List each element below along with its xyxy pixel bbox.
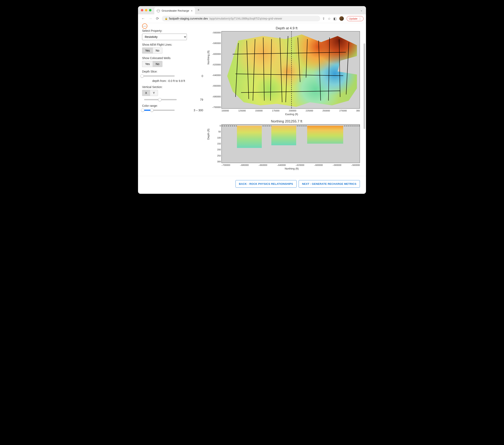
depth-range-note: depth from: -0.0 ft to 9.8 ft — [142, 78, 207, 82]
aem-label: Show AEM Flight Lines: — [142, 43, 207, 46]
aem-group: Show AEM Flight Lines: Yes No — [142, 43, 207, 54]
bottom-chart-yticks: 0 50 100 150 200 250 300 — [212, 124, 221, 163]
bottom-chart-ylabel: Depth (ft) — [207, 129, 210, 140]
avatar[interactable] — [339, 16, 344, 21]
top-chart-container: Depth at 4.9 ft Northing (ft) –560000 –5… — [211, 26, 362, 116]
bottom-chart-xticks: –700000 –680000 –660000 –640000 –620000 … — [221, 164, 360, 166]
new-tab-button[interactable]: + — [195, 8, 202, 12]
browser-window: Groundwater Recharge × + ⌄ ← → ⟳ 🔒 fastp… — [138, 6, 366, 194]
next-step-button[interactable]: NEXT - GENERATE RECHARGE METRICS — [299, 180, 360, 188]
aem-toggle: Yes No — [142, 47, 162, 54]
vs-value: 79 — [200, 98, 207, 101]
depth-slice-value: 0 — [201, 74, 207, 78]
select-property-label: Select Property: — [142, 29, 207, 32]
browser-tab[interactable]: Groundwater Recharge × — [154, 7, 195, 14]
depth-slice-group: Depth Slice: 0 depth from: -0.0 ft to 9.… — [142, 70, 207, 82]
vertical-section-label: Vertical Section: — [142, 85, 207, 89]
bottom-chart-container: Northing 201255.7 ft Depth (ft) 0 50 100… — [211, 119, 362, 170]
top-chart[interactable]: Northing (ft) –560000 –580000 –600000 –6… — [221, 31, 360, 109]
tab-title: Groundwater Recharge — [162, 9, 189, 12]
back-button[interactable]: ← — [141, 16, 146, 22]
flight-lines — [222, 31, 360, 108]
close-tab-button[interactable]: × — [191, 9, 193, 12]
select-property-group: Select Property: Resistivity — [142, 29, 207, 40]
maximize-window-button[interactable] — [149, 9, 151, 11]
colocated-toggle: Yes No — [142, 61, 162, 67]
star-icon[interactable]: ☆ — [328, 17, 331, 20]
depth-slice-slider-row: 0 — [142, 74, 207, 78]
bottom-chart-title: Northing 201255.7 ft — [211, 119, 362, 123]
aem-no-button[interactable]: No — [153, 47, 162, 54]
colocated-yes-button[interactable]: Yes — [142, 61, 153, 67]
minimize-window-button[interactable] — [145, 9, 147, 11]
charts-area: Depth at 4.9 ft Northing (ft) –560000 –5… — [211, 25, 362, 170]
vs-x-button[interactable]: X — [142, 90, 150, 96]
top-chart-ylabel: Northing (ft) — [207, 51, 210, 65]
vertical-section-group: Vertical Section: X Y 79 — [142, 85, 207, 101]
lock-icon: 🔒 — [165, 17, 168, 20]
titlebar-right: ⌄ — [360, 8, 366, 12]
top-chart-xlabel: Easting (ft) — [221, 113, 362, 116]
bottom-chart-xlabel: Northing (ft) — [221, 167, 362, 170]
vs-slider-row: 79 — [142, 98, 207, 101]
select-property-dropdown[interactable]: Resistivity — [142, 34, 187, 40]
vs-y-button[interactable]: Y — [150, 90, 158, 96]
forward-button[interactable]: → — [148, 16, 153, 22]
more-icon: ⋮ — [359, 17, 361, 20]
colocated-label: Show Colocated Wells — [142, 57, 207, 60]
depth-slice-label: Depth Slice: — [142, 70, 207, 73]
address-bar[interactable]: 🔒 fastpath-staging.curvenote.dev/app/sim… — [162, 16, 320, 21]
share-icon[interactable]: ⇪ — [322, 17, 325, 20]
depth-slice-slider[interactable] — [142, 75, 175, 77]
top-chart-yticks: –560000 –580000 –600000 –620000 –640000 … — [212, 31, 221, 108]
aem-yes-button[interactable]: Yes — [142, 47, 153, 54]
color-range-slider[interactable] — [142, 110, 175, 111]
addressbar-row: ← → ⟳ 🔒 fastpath-staging.curvenote.dev/a… — [138, 14, 366, 23]
top-chart-title: Depth at 4.9 ft — [211, 26, 362, 30]
globe-icon — [157, 9, 160, 12]
colocated-no-button[interactable]: No — [153, 61, 162, 67]
top-chart-xticks: 100000 125000 150000 175000 200000 22500… — [221, 109, 360, 112]
bottom-chart[interactable]: Depth (ft) 0 50 100 150 200 250 300 — [221, 124, 360, 163]
controls-sidebar: Select Property: Resistivity Show AEM Fl… — [142, 25, 207, 170]
color-range-group: Color range: 3 – 300 — [142, 104, 207, 112]
vertical-section-toggle: X Y — [142, 90, 158, 96]
footer-nav: BACK - ROCK PHYSICS RELATIONSHIPS NEXT -… — [138, 176, 366, 194]
titlebar: Groundwater Recharge × + ⌄ — [138, 6, 366, 14]
bottom-heatmap-bg — [222, 124, 360, 163]
url-domain: fastpath-staging.curvenote.dev — [169, 17, 208, 20]
update-label: Update — [349, 17, 358, 20]
traffic-lights — [138, 9, 154, 11]
scrollbar[interactable] — [363, 43, 365, 129]
panel-icon[interactable]: ◧ — [333, 17, 337, 20]
update-button[interactable]: Update ⋮ — [347, 16, 363, 21]
jupyter-icon: jupyter — [142, 23, 147, 29]
vs-slider[interactable] — [144, 99, 177, 100]
color-range-label: Color range: — [142, 104, 207, 107]
reload-button[interactable]: ⟳ — [155, 16, 160, 22]
chevron-down-icon[interactable]: ⌄ — [360, 9, 363, 12]
color-range-value: 3 – 300 — [194, 109, 207, 112]
color-range-slider-row: 3 – 300 — [142, 109, 207, 112]
content: jupyter Select Property: Resistivity Sho… — [138, 23, 366, 174]
url-path: /app/simulation/ySpT1NUJ8Bkp3sq8TiZq/ste… — [209, 17, 282, 20]
colocated-group: Show Colocated Wells Yes No — [142, 57, 207, 67]
back-step-button[interactable]: BACK - ROCK PHYSICS RELATIONSHIPS — [235, 180, 297, 188]
toolbar-icons: ⇪ ☆ ◧ Update ⋮ — [322, 16, 363, 21]
close-window-button[interactable] — [141, 9, 143, 11]
